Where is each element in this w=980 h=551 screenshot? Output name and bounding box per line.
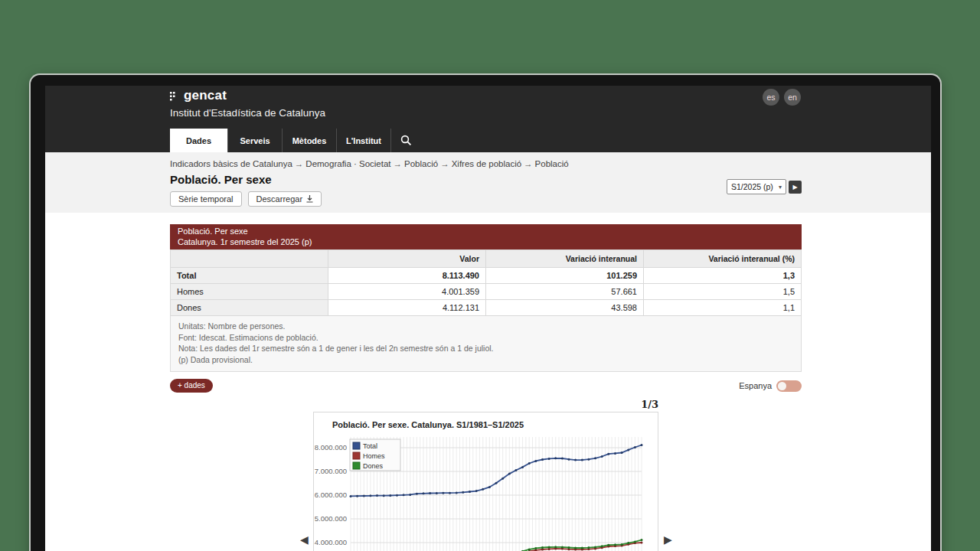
gencat-logo-icon [170, 90, 180, 102]
column-header: Variació interanual (%) [644, 250, 802, 268]
chevron-down-icon: ▾ [779, 184, 782, 191]
cell-value: 4.112.131 [328, 300, 486, 316]
cell-value: 1,5 [644, 284, 802, 300]
serie-temporal-label: Sèrie temporal [178, 194, 234, 204]
espanya-label: Espanya [739, 381, 772, 390]
espanya-control: Espanya [739, 380, 802, 392]
breadcrumb-separator-icon: → [292, 159, 306, 168]
breadcrumb-item[interactable]: Població [535, 159, 569, 168]
column-header: Variació interanual [486, 250, 644, 268]
period-select-value: S1/2025 (p) [731, 182, 773, 191]
legend-label-dones: Dones [363, 462, 384, 470]
row-label: Dones [171, 300, 328, 316]
download-icon [306, 195, 313, 203]
carousel-page-indicator: 1/3 [170, 399, 658, 410]
period-select[interactable]: S1/2025 (p) ▾ [727, 179, 786, 194]
more-data-button[interactable]: + dades [170, 379, 213, 393]
chart-legend: TotalHomesDones [350, 439, 400, 471]
stat-table-head-row: ValorVariació interanualVariació interan… [171, 250, 802, 268]
org-name: Institut d'Estadística de Catalunya [170, 107, 325, 119]
table-row: Homes4.001.35957.6611,5 [171, 284, 802, 300]
column-header: Valor [328, 250, 486, 268]
y-axis-tick-label: 5.000.000 [315, 514, 347, 523]
table-note: Font: Idescat. Estimacions de població. [178, 332, 793, 344]
stat-table: ValorVariació interanualVariació interan… [170, 249, 802, 316]
breadcrumb-separator-icon: → [391, 159, 405, 168]
breadcrumb-item[interactable]: Demografia · Societat [305, 159, 390, 168]
carousel-next-button[interactable]: ▶ [664, 533, 672, 546]
language-switcher: esen [763, 89, 801, 106]
row-label: Homes [171, 284, 328, 300]
y-axis-tick-label: 4.000.000 [315, 538, 347, 546]
y-axis-tick-label: 6.000.000 [315, 491, 347, 499]
serie-temporal-button[interactable]: Sèrie temporal [170, 191, 242, 207]
cell-value: 57.661 [486, 284, 644, 300]
table-row: Total8.113.490101.2591,3 [171, 268, 802, 284]
legend-swatch-homes [353, 452, 360, 459]
search-icon [400, 135, 412, 146]
main-content: Població. Per sexe Catalunya. 1r semestr… [45, 213, 931, 551]
site-header: gencat Institut d'Estadística de Catalun… [45, 86, 931, 152]
page-title: Població. Per sexe [170, 173, 802, 186]
chart-carousel: 1/3 Població. Per sexe. Catalunya. S1/19… [170, 399, 802, 551]
period-group: S1/2025 (p) ▾ ▶ [727, 179, 802, 194]
legend-swatch-dones [353, 462, 360, 469]
gencat-logo-text[interactable]: gencat [184, 88, 227, 103]
y-axis-tick-label: 8.000.000 [315, 443, 347, 452]
dades-row: + dades Espanya [170, 379, 802, 393]
toggle-knob [778, 382, 786, 390]
legend-label-homes: Homes [363, 452, 385, 460]
browser-screen: gencat Institut d'Estadística de Catalun… [45, 86, 931, 551]
legend-label-total: Total [363, 442, 377, 450]
row-label-column-header [171, 250, 328, 268]
lang-es-button[interactable]: es [763, 89, 779, 106]
cell-value: 1,3 [644, 268, 802, 284]
population-chart: 8.000.0007.000.0006.000.0005.000.0004.00… [314, 412, 658, 551]
descarregar-button[interactable]: Descarregar [248, 191, 322, 207]
breadcrumb-item[interactable]: Xifres de població [452, 159, 521, 168]
table-note: Nota: Les dades del 1r semestre són a 1 … [178, 343, 793, 354]
monitor-frame: gencat Institut d'Estadística de Catalun… [31, 75, 940, 551]
chart-title: Població. Per sexe. Catalunya. S1/1981–S… [332, 420, 524, 429]
stat-table-header-line1: Població. Per sexe [178, 227, 794, 237]
y-axis-tick-label: 7.000.000 [315, 467, 347, 475]
row-label: Total [171, 268, 328, 284]
cell-value: 8.113.490 [328, 268, 486, 284]
stat-table-block: Població. Per sexe Catalunya. 1r semestr… [170, 224, 802, 372]
descarregar-label: Descarregar [256, 194, 303, 204]
table-note: Unitats: Nombre de persones. [178, 321, 793, 332]
stat-table-header-line2: Catalunya. 1r semestre del 2025 (p) [178, 237, 794, 248]
tab-serveis[interactable]: Serveis [227, 129, 282, 152]
breadcrumb-item[interactable]: Població [404, 159, 438, 168]
tab-linstitut[interactable]: L'Institut [336, 129, 390, 152]
main-nav: DadesServeisMètodesL'Institut [170, 129, 421, 152]
tab-mtodes[interactable]: Mètodes [282, 129, 336, 152]
chart-card: Població. Per sexe. Catalunya. S1/1981–S… [313, 412, 658, 551]
legend-swatch-total [353, 442, 360, 449]
head-actions: Sèrie temporal Descarregar [170, 191, 802, 207]
search-button[interactable] [390, 129, 421, 152]
espanya-toggle[interactable] [776, 380, 802, 392]
carousel-prev-button[interactable]: ◀ [300, 533, 309, 546]
cell-value: 4.001.359 [328, 284, 486, 300]
page-head: Indicadors bàsics de Catalunya→Demografi… [45, 152, 931, 213]
play-icon: ▶ [792, 184, 797, 191]
breadcrumb-separator-icon: → [438, 159, 452, 168]
table-notes: Unitats: Nombre de persones.Font: Idesca… [170, 316, 802, 372]
cell-value: 43.598 [486, 300, 644, 316]
cell-value: 101.259 [486, 268, 644, 284]
stat-table-header: Població. Per sexe Catalunya. 1r semestr… [170, 224, 802, 249]
table-note: (p) Dada provisional. [178, 354, 793, 366]
table-row: Dones4.112.13143.5981,1 [171, 300, 802, 316]
breadcrumb-item[interactable]: Indicadors bàsics de Catalunya [170, 159, 292, 168]
tab-dades[interactable]: Dades [170, 129, 227, 152]
cell-value: 1,1 [644, 300, 802, 316]
brand: gencat Institut d'Estadística de Catalun… [170, 88, 325, 119]
breadcrumb: Indicadors bàsics de Catalunya→Demografi… [170, 159, 802, 168]
breadcrumb-separator-icon: → [521, 159, 535, 168]
lang-en-button[interactable]: en [784, 89, 801, 106]
period-next-button[interactable]: ▶ [789, 181, 802, 194]
